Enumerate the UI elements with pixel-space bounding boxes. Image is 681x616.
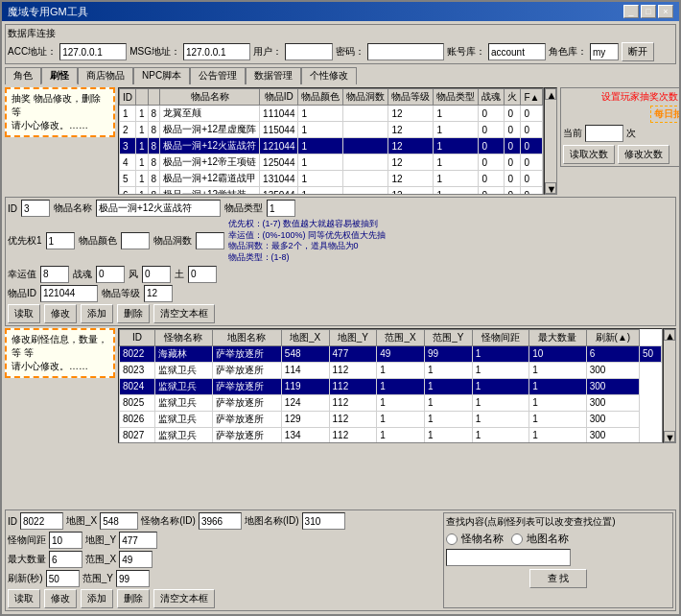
form-luck-label: 幸运值: [8, 268, 36, 281]
user-label: 用户：: [253, 45, 282, 59]
mf-clear-button[interactable]: 清空文本框: [153, 589, 215, 608]
role-input[interactable]: [590, 43, 619, 60]
mf-mapy-input[interactable]: [119, 532, 157, 549]
monster-form-section: ID 地图_X 怪物名称(ID) 地图名称(ID) 怪物间距 地图_Y: [5, 509, 676, 611]
mf-rangey-label: 范围_Y: [82, 572, 113, 585]
form-wind-label: 风: [129, 268, 138, 281]
table-row[interactable]: 218极品一洞+12星虚魔阵1150441121000: [120, 122, 543, 138]
col-name: 物品名称: [160, 89, 260, 106]
tab-refresh[interactable]: 刷怪: [41, 67, 78, 84]
mcol-map: 地图名称: [212, 329, 281, 345]
radio-monster-input[interactable]: [446, 533, 458, 545]
tab-npc[interactable]: NPC脚本: [133, 67, 190, 84]
form-wind-input[interactable]: [142, 266, 171, 283]
modify-draw-button[interactable]: 修改次数: [618, 145, 669, 164]
table-row[interactable]: 8026监狱卫兵萨举放逐所1291121111300: [120, 411, 662, 427]
tab-shop[interactable]: 商店物品: [78, 67, 133, 84]
pwd-input[interactable]: [367, 43, 444, 60]
mcol-max: 最大数量: [529, 329, 587, 345]
read-draw-button[interactable]: 读取次数: [563, 145, 615, 164]
col-soul: 战魂: [479, 89, 505, 106]
mf-rangex-input[interactable]: [119, 551, 153, 568]
form-item-id-label: 物品ID: [8, 287, 36, 300]
tabs-container: 角色 刷怪 商店物品 NPC脚本 公告管理 数据管理 个性修改: [5, 66, 676, 85]
close-button[interactable]: ×: [658, 5, 673, 18]
search-input[interactable]: [446, 549, 571, 566]
mf-rangey-input[interactable]: [116, 570, 150, 587]
acc-input[interactable]: [59, 43, 127, 60]
mf-mapx-input[interactable]: [100, 512, 138, 530]
form-priority-input[interactable]: [46, 232, 75, 249]
mf-max-input[interactable]: [49, 551, 82, 568]
modify-button[interactable]: 修改: [44, 304, 77, 323]
hint-priority: 优先权：(1-7) 数值越大就越容易被抽到: [228, 219, 673, 230]
delete-button[interactable]: 删除: [117, 304, 150, 323]
mf-read-button[interactable]: 读取: [8, 589, 40, 608]
db-section-label: 数据库连接: [8, 27, 56, 40]
col-f: F▲: [521, 89, 543, 106]
tab-announce[interactable]: 公告管理: [190, 67, 246, 84]
table-row[interactable]: 8023监狱卫兵萨举放逐所1141121111300: [120, 362, 662, 378]
msg-input[interactable]: [183, 43, 250, 60]
mf-max-label: 最大数量: [8, 553, 46, 566]
mf-add-button[interactable]: 添加: [81, 589, 113, 608]
tab-role[interactable]: 角色: [5, 67, 41, 84]
radio-map-input[interactable]: [511, 533, 523, 545]
hint-text-block: 优先权：(1-7) 数值越大就越容易被抽到 幸运值：(0%-100%) 同等优先…: [228, 219, 673, 264]
mf-refresh-input[interactable]: [46, 570, 80, 587]
table-row[interactable]: 8022海藏林萨举放逐所5484774999110650: [120, 345, 662, 362]
mcol-dist: 怪物间距: [472, 329, 529, 345]
mf-mname-input[interactable]: [199, 512, 242, 530]
search-button[interactable]: 查 找: [529, 569, 587, 588]
hint2-line1: 修改刷怪信息，数量，等 等: [12, 333, 108, 360]
table-row[interactable]: 8024监狱卫兵萨举放逐所1191121111300: [120, 378, 662, 394]
draw-panel: 设置玩家抽奖次数 每日抽奖次数 当前 次 读取次数 修改次数: [560, 87, 679, 167]
top-table-scrollbar[interactable]: ▲ ▼: [544, 87, 557, 195]
current-draw-input[interactable]: [585, 125, 623, 142]
user-input[interactable]: [285, 43, 333, 60]
col-blank2: [148, 89, 160, 106]
table-row[interactable]: 518极品一洞+12霸道战甲1310441121000: [120, 171, 543, 187]
form-color-input[interactable]: [121, 232, 150, 249]
form-earth-input[interactable]: [188, 266, 217, 283]
monster-table-container: ID 怪物名称 地图名称 地图_X 地图_Y 范围_X 范围_Y 怪物间距 最大…: [118, 328, 663, 443]
mf-modify-button[interactable]: 修改: [44, 589, 77, 608]
form-id-input[interactable]: [21, 200, 50, 217]
table-row[interactable]: 8025监狱卫兵萨举放逐所1241121111300: [120, 394, 662, 411]
form-name-input[interactable]: [96, 200, 221, 217]
mf-dist-label: 怪物间距: [8, 533, 46, 547]
form-type-label: 物品类型: [224, 201, 263, 215]
table-row[interactable]: 618极品一洞+12觉技装1350441121000: [120, 187, 543, 196]
monster-table-scrollbar[interactable]: ▲ ▼: [663, 328, 676, 443]
table-row[interactable]: 118龙翼至颠1110441121000: [120, 106, 543, 122]
maximize-button[interactable]: □: [641, 5, 656, 18]
table-row[interactable]: 318极品一洞+12火蓝战符1210441121000: [120, 138, 543, 154]
title-bar: 魔域专用GM工具 _ □ ×: [2, 2, 679, 21]
form-item-id-input[interactable]: [40, 285, 98, 302]
mf-mapname-input[interactable]: [302, 512, 345, 530]
minimize-button[interactable]: _: [623, 5, 639, 18]
radio-map: 地图名称: [511, 532, 569, 546]
mf-mapy-label: 地图_Y: [85, 533, 116, 547]
form-holes-input[interactable]: [196, 232, 224, 249]
form-type-input[interactable]: [267, 200, 295, 217]
add-button[interactable]: 添加: [81, 304, 113, 323]
col-fire: 火: [505, 89, 521, 106]
form-soul-input[interactable]: [96, 266, 125, 283]
mf-id-input[interactable]: [20, 512, 63, 530]
tab-personal[interactable]: 个性修改: [301, 67, 357, 84]
mf-delete-button[interactable]: 删除: [117, 589, 150, 608]
db-input[interactable]: [488, 43, 546, 60]
read-button[interactable]: 读取: [8, 304, 40, 323]
clear-button[interactable]: 清空文本框: [153, 304, 215, 323]
disconnect-button[interactable]: 断开: [622, 42, 654, 61]
table-row[interactable]: 8027监狱卫兵萨举放逐所1341121111300: [120, 427, 662, 443]
table-row[interactable]: 418极品一洞+12帝王项链1250441121000: [120, 154, 543, 171]
form-level-input[interactable]: [144, 285, 173, 302]
form-luck-input[interactable]: [40, 266, 69, 283]
mf-dist-input[interactable]: [49, 532, 82, 549]
mcol-id: ID: [120, 329, 155, 345]
tab-data[interactable]: 数据管理: [246, 67, 301, 84]
col-blank1: [136, 89, 149, 106]
mcol-rangex: 范围_X: [377, 329, 425, 345]
